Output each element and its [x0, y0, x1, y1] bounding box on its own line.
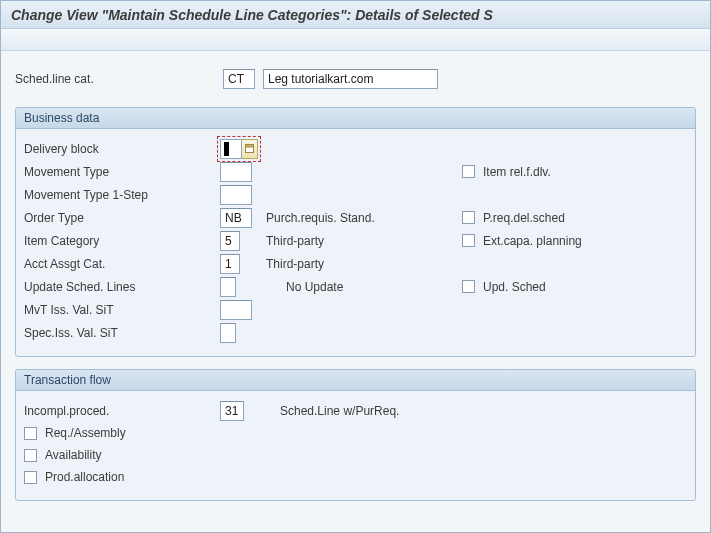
prod-allocation-checkbox[interactable]: [24, 471, 37, 484]
upd-sched-label: Upd. Sched: [483, 280, 546, 294]
item-category-label: Item Category: [24, 234, 214, 248]
order-type-label: Order Type: [24, 211, 214, 225]
availability-label: Availability: [45, 448, 101, 462]
prod-allocation-label: Prod.allocation: [45, 470, 124, 484]
sap-window: Change View "Maintain Schedule Line Cate…: [0, 0, 711, 533]
sched-line-cat-label: Sched.line cat.: [15, 72, 215, 86]
window-title-text: Change View "Maintain Schedule Line Cate…: [11, 7, 493, 23]
spec-iss-val-sit-label: Spec.Iss. Val. SiT: [24, 326, 214, 340]
incompl-proced-label: Incompl.proced.: [24, 404, 214, 418]
transaction-flow-title: Transaction flow: [16, 370, 695, 391]
order-type-input[interactable]: [220, 208, 252, 228]
order-type-desc: Purch.requis. Stand.: [266, 211, 456, 225]
window-title: Change View "Maintain Schedule Line Cate…: [1, 1, 710, 29]
update-sched-lines-input[interactable]: [220, 277, 236, 297]
incompl-proced-input[interactable]: [220, 401, 244, 421]
ext-capa-planning-label: Ext.capa. planning: [483, 234, 582, 248]
mvt-iss-val-sit-input[interactable]: [220, 300, 252, 320]
sched-line-cat-input[interactable]: [223, 69, 255, 89]
p-req-del-sched-label: P.req.del.sched: [483, 211, 565, 225]
text-cursor: [224, 142, 229, 156]
delivery-block-f4-button[interactable]: [242, 139, 258, 159]
update-sched-lines-label: Update Sched. Lines: [24, 280, 214, 294]
delivery-block-field-wrap: [220, 139, 258, 159]
mvt-iss-val-sit-label: MvT Iss. Val. SiT: [24, 303, 214, 317]
upd-sched-checkbox[interactable]: [462, 280, 475, 293]
item-category-input[interactable]: [220, 231, 240, 251]
spec-iss-val-sit-input[interactable]: [220, 323, 236, 343]
availability-checkbox[interactable]: [24, 449, 37, 462]
ext-capa-planning-checkbox[interactable]: [462, 234, 475, 247]
header-row: Sched.line cat.: [15, 69, 696, 89]
p-req-del-sched-checkbox[interactable]: [462, 211, 475, 224]
movement-type-label: Movement Type: [24, 165, 214, 179]
item-rel-f-dlv-checkbox[interactable]: [462, 165, 475, 178]
movement-type-input[interactable]: [220, 162, 252, 182]
req-assembly-checkbox[interactable]: [24, 427, 37, 440]
delivery-block-label: Delivery block: [24, 142, 214, 156]
acct-assgt-cat-desc: Third-party: [266, 257, 456, 271]
item-rel-f-dlv-label: Item rel.f.dlv.: [483, 165, 551, 179]
transaction-flow-group: Transaction flow Incompl.proced. Sched.L…: [15, 369, 696, 501]
update-sched-lines-desc: No Update: [266, 280, 456, 294]
delivery-block-input[interactable]: [220, 139, 242, 159]
acct-assgt-cat-input[interactable]: [220, 254, 240, 274]
svg-rect-1: [246, 145, 254, 148]
incompl-proced-desc: Sched.Line w/PurReq.: [266, 404, 456, 418]
application-toolbar: [1, 29, 710, 51]
sched-line-cat-desc-input[interactable]: [263, 69, 438, 89]
req-assembly-label: Req./Assembly: [45, 426, 126, 440]
acct-assgt-cat-label: Acct Assgt Cat.: [24, 257, 214, 271]
content-area: Sched.line cat. Business data Delivery b…: [1, 51, 710, 501]
business-data-group: Business data Delivery block: [15, 107, 696, 357]
movement-type-1step-label: Movement Type 1-Step: [24, 188, 214, 202]
movement-type-1step-input[interactable]: [220, 185, 252, 205]
business-data-body: Delivery block: [16, 129, 695, 356]
business-data-title: Business data: [16, 108, 695, 129]
transaction-flow-body: Incompl.proced. Sched.Line w/PurReq. Req…: [16, 391, 695, 500]
item-category-desc: Third-party: [266, 234, 456, 248]
